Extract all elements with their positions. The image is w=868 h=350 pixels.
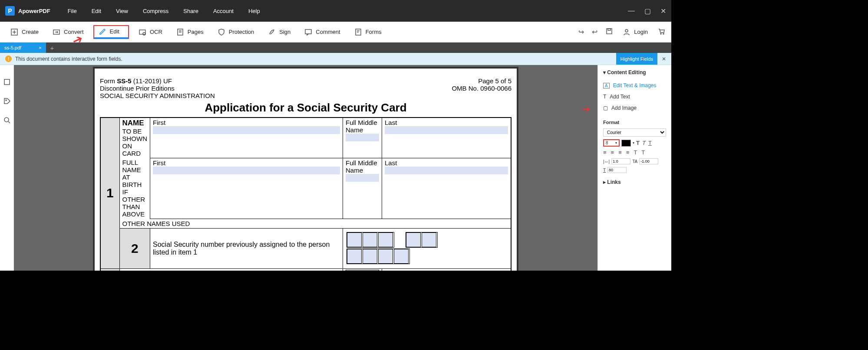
- menu-file[interactable]: File: [68, 8, 77, 14]
- close-icon[interactable]: ✕: [660, 7, 666, 15]
- letter-spacing-icon: TA: [632, 159, 637, 164]
- edit-text-images-button[interactable]: AEdit Text & Images: [603, 80, 666, 91]
- maximize-icon[interactable]: ▢: [644, 7, 651, 15]
- minimize-icon[interactable]: —: [628, 7, 635, 15]
- last-name-field[interactable]: [385, 126, 508, 134]
- name-label: NAME: [122, 119, 144, 127]
- image-icon: ▢: [603, 105, 608, 111]
- text-width-icon[interactable]: T: [641, 149, 645, 156]
- office-use-label: OfficeUse Only: [346, 270, 379, 271]
- convert-button[interactable]: Convert: [48, 26, 88, 39]
- tab-close-icon[interactable]: ×: [39, 45, 41, 50]
- last-label: Last: [385, 119, 397, 126]
- ssn-digit[interactable]: [406, 232, 421, 247]
- redo-icon[interactable]: ↪: [578, 28, 584, 36]
- login-button[interactable]: Login: [621, 28, 650, 36]
- menu-help[interactable]: Help: [248, 8, 260, 14]
- section-4-number: 4: [385, 270, 391, 271]
- tab-filename: ss-5.pdf: [4, 45, 21, 50]
- pencil-icon: [99, 28, 106, 36]
- pages-button[interactable]: Pages: [172, 26, 208, 39]
- tag-icon[interactable]: [3, 97, 11, 107]
- pen-icon: [268, 28, 276, 36]
- svg-line-21: [8, 121, 10, 123]
- add-image-button[interactable]: ▢Add Image: [603, 102, 666, 114]
- links-header[interactable]: ▸ Links: [603, 179, 666, 185]
- thumbnail-icon[interactable]: [3, 78, 11, 88]
- letter-spacing-input[interactable]: [639, 158, 658, 164]
- login-label: Login: [634, 29, 648, 35]
- svg-rect-9: [305, 29, 311, 34]
- user-icon: [623, 28, 630, 36]
- svg-point-15: [625, 29, 628, 32]
- highlight-fields-button[interactable]: Highlight Fields: [616, 53, 657, 65]
- cart-icon[interactable]: [657, 27, 665, 37]
- svg-rect-14: [608, 29, 611, 30]
- ssn-digit[interactable]: [422, 232, 436, 247]
- infobar: ! This document contains interactive for…: [0, 53, 671, 65]
- infobar-close-icon[interactable]: ✕: [662, 56, 666, 62]
- scale-input[interactable]: [607, 167, 627, 173]
- main-menu: File Edit View Compress Share Account He…: [68, 8, 260, 14]
- menu-compress[interactable]: Compress: [143, 8, 168, 14]
- font-color-swatch[interactable]: [621, 140, 631, 147]
- align-left-icon[interactable]: ≡: [603, 149, 607, 156]
- italic-icon[interactable]: T: [642, 140, 646, 146]
- birth-middle-field[interactable]: [346, 174, 379, 182]
- menu-view[interactable]: View: [116, 8, 128, 14]
- file-tab[interactable]: ss-5.pdf ×: [0, 43, 46, 53]
- svg-rect-4: [139, 30, 145, 34]
- ocr-button[interactable]: OCR: [134, 26, 167, 39]
- birth-last-field[interactable]: [385, 167, 508, 174]
- underline-icon[interactable]: T: [648, 140, 652, 146]
- ssn-digit[interactable]: [363, 249, 377, 264]
- pdf-page: Form SS-5 (11-2019) UF Discontinue Prior…: [93, 67, 518, 271]
- bold-icon[interactable]: T: [636, 140, 640, 146]
- create-button[interactable]: Create: [6, 26, 43, 39]
- font-family-select[interactable]: Courier: [603, 128, 666, 137]
- align-center-icon[interactable]: ≡: [611, 149, 614, 156]
- search-icon[interactable]: [3, 116, 11, 126]
- forms-button[interactable]: Forms: [350, 26, 386, 39]
- align-right-icon[interactable]: ≡: [618, 149, 622, 156]
- text-a-icon: A: [603, 83, 610, 88]
- menu-edit[interactable]: Edit: [92, 8, 101, 14]
- ssn-digit[interactable]: [378, 232, 393, 247]
- tab-add-icon[interactable]: +: [50, 44, 54, 52]
- comment-button[interactable]: Comment: [300, 26, 344, 39]
- edit-button[interactable]: Edit: [93, 25, 129, 39]
- menu-share[interactable]: Share: [183, 8, 198, 14]
- sign-button[interactable]: Sign: [264, 26, 295, 39]
- ssn-digit[interactable]: [394, 249, 409, 264]
- text-height-icon[interactable]: T: [634, 149, 637, 156]
- ssn-digit[interactable]: [378, 249, 393, 264]
- font-size-input[interactable]: 8▾: [603, 139, 620, 147]
- app-name: ApowerPDF: [18, 8, 50, 14]
- svg-point-16: [660, 33, 661, 34]
- document-canvas[interactable]: Form SS-5 (11-2019) UF Discontinue Prior…: [14, 65, 597, 271]
- char-spacing-input[interactable]: [611, 158, 630, 164]
- plus-square-icon: [10, 28, 18, 36]
- char-spacing-icon: |↔|: [603, 159, 610, 164]
- ssn-digit[interactable]: [347, 249, 362, 264]
- protection-button[interactable]: Protection: [213, 26, 259, 39]
- menu-account[interactable]: Account: [213, 8, 234, 14]
- left-rail: [0, 65, 14, 271]
- convert-label: Convert: [64, 29, 84, 35]
- color-dropdown-icon[interactable]: ▾: [633, 141, 634, 145]
- page-number: Page 5 of 5: [452, 77, 512, 85]
- content-editing-header[interactable]: ▾ Content Editing: [603, 69, 666, 75]
- undo-icon[interactable]: ↩: [592, 28, 597, 36]
- svg-point-19: [6, 100, 7, 101]
- first-name-field[interactable]: [153, 126, 340, 134]
- save-icon[interactable]: [605, 27, 613, 37]
- align-justify-icon[interactable]: ≡: [626, 149, 630, 156]
- middle-name-field[interactable]: [346, 134, 379, 141]
- add-text-button[interactable]: TAdd Text: [603, 91, 666, 102]
- forms-icon: [354, 28, 362, 36]
- ssn-digit[interactable]: [347, 232, 362, 247]
- edit-label: Edit: [110, 28, 119, 35]
- ocr-icon: [139, 28, 146, 36]
- ssn-digit[interactable]: [363, 232, 377, 247]
- birth-first-field[interactable]: [153, 167, 340, 174]
